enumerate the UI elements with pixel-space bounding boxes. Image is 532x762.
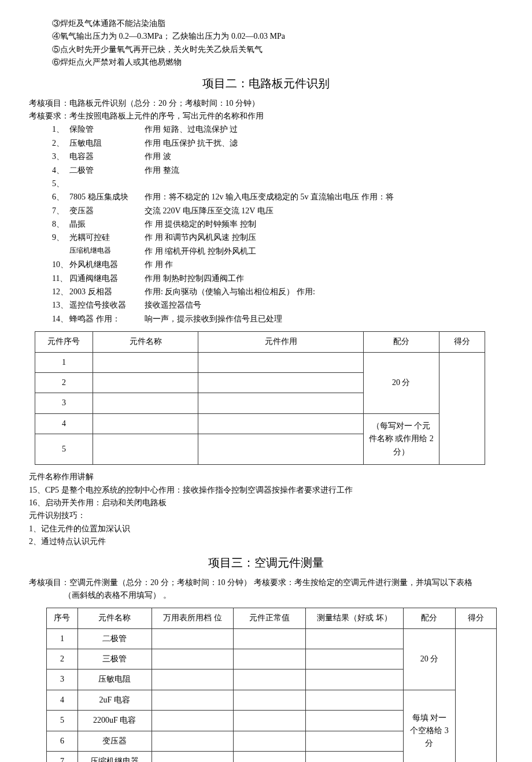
cell-name: 变压器 [77,731,152,751]
cell [234,752,305,762]
component-row: 6、 7805 稳压集成块 作用：将不稳定的 12v 输入电压变成稳定的 5v … [52,191,503,204]
th-result: 测量结果（好或 坏） [305,608,404,628]
comp-name: 晶振 [69,218,145,231]
comp-func: 作用 制热时控制四通阀工作 [145,272,503,285]
comp-num: 13、 [52,299,69,312]
cell-num: 1 [35,352,93,372]
cell-num: 5 [47,711,78,731]
table-row: 1 20 分 [35,352,485,372]
component-row: 3、 电容器 作用 波 [52,150,503,163]
cell-name: 压敏电阻 [77,669,152,690]
cell [234,711,305,731]
comp-name: 蜂鸣器 作用： [69,313,145,325]
component-row: 9、 光耦可控硅 作 用 和调节内风机风速 控制压 [52,231,503,244]
comp-func: 作 用 缩机开停机 控制外风机工 [145,245,503,258]
cell [234,669,305,690]
comp-func: 响一声，提示接收到操作信号且已处理 [145,313,503,325]
cell-name: 压缩机继电器 [77,752,152,762]
comp-func: 作用 电压保护 抗干扰、滤 [145,137,503,150]
exam-item: 考核项目：电路板元件识别（总分：20 分；考核时间：10 分钟） [29,97,503,110]
cell [234,690,305,710]
comp-name: 压缩机继电器 [69,245,145,258]
comp-func: 作用 短路、过电流保护 过 [145,123,503,136]
component-row: 压缩机继电器 作 用 缩机开停机 控制外风机工 [52,245,503,258]
th-score: 得分 [455,608,497,628]
comp-num: 8、 [52,218,69,231]
score-cell [455,628,497,762]
comp-name: 遥控信号接收器 [69,299,145,312]
cell [305,649,404,669]
cell [305,690,404,710]
th-range: 万用表所用档 位 [152,608,234,628]
component-row: 11、 四通阀继电器 作用 制热时控制四通阀工作 [52,272,503,285]
cell [93,372,198,393]
cell-num: 5 [35,434,93,465]
th-name: 元件名称 [93,332,198,352]
cell [152,690,234,710]
cell-num: 2 [47,649,78,669]
comp-name: 7805 稳压集成块 [69,191,145,204]
cell [234,628,305,649]
cell-num: 6 [47,731,78,751]
cell [93,434,198,465]
cell-num: 4 [47,690,78,710]
cell [152,731,234,751]
comp-name: 2003 反相器 [69,286,145,298]
comp-name: 光耦可控硅 [69,231,145,244]
cell-name: 2uF 电容 [77,690,152,710]
rule-line: ⑥焊炬点火严禁对着人或其他易燃物 [52,56,503,69]
cell [234,649,305,669]
cell [152,628,234,649]
comp-func: 作用 整流 [145,164,503,177]
score-cell [439,352,485,465]
comp-num: 11、 [52,272,69,285]
note-line: （画斜线的表格不用填写） 。 [29,589,503,602]
peifen-cell: 每填 对一 个空格给 3 分 [404,690,455,762]
th-num: 元件序号 [35,332,93,352]
comp-func: 作 用 作 [145,258,503,271]
comp-num: 9、 [52,231,69,244]
component-row: 2、 压敏电阻 作用 电压保护 抗干扰、滤 [52,137,503,150]
component-row: 4、 二极管 作用 整流 [52,164,503,177]
cell [93,413,198,434]
comp-num [52,245,69,258]
explain-line: 16、启动开关作用：启动和关闭电路板 [29,497,503,509]
cell-name: 2200uF 电容 [77,711,152,731]
cell [305,628,404,649]
component-row: 5、 [52,177,503,190]
comp-num: 6、 [52,191,69,204]
comp-func: 作用 波 [145,150,503,163]
component-row: 10、 外风机继电器 作 用 作 [52,258,503,271]
explain-line: 元件名称作用讲解 [29,471,503,483]
component-row: 14、 蜂鸣器 作用： 响一声，提示接收到操作信号且已处理 [52,313,503,325]
comp-num: 1、 [52,123,69,136]
comp-func: 交流 220V 电压降压至交流 12V 电压 [145,205,503,217]
comp-func [145,177,503,190]
comp-name [69,177,145,190]
th-func: 元件作用 [198,332,363,352]
explain-line: 15、CP5 是整个电控系统的控制中心作用：接收操作指令控制空调器按操作者要求进… [29,484,503,497]
cell [305,711,404,731]
comp-name: 保险管 [69,123,145,136]
explain-line: 1、记住元件的位置加深认识 [29,523,503,535]
comp-name: 压敏电阻 [69,137,145,150]
component-row: 8、 晶振 作 用 提供稳定的时钟频率 控制 [52,218,503,231]
cell [93,393,198,413]
cell [152,752,234,762]
comp-name: 变压器 [69,205,145,217]
th-num: 序号 [47,608,78,628]
cell-num: 7 [47,752,78,762]
cell-num: 3 [35,393,93,413]
cell [198,393,363,413]
rule-line: ④氧气输出压力为 0.2—0.3MPa； 乙炔输出压力为 0.02—0.03 M… [52,30,503,43]
comp-func: 作 用 和调节内风机风速 控制压 [145,231,503,244]
cell-num: 4 [35,413,93,434]
cell [93,352,198,372]
component-row: 7、 变压器 交流 220V 电压降压至交流 12V 电压 [52,205,503,217]
th-peifen: 配分 [363,332,439,352]
comp-num: 14、 [52,313,69,325]
peifen-cell: （每写对一 个元件名称 或作用给 2 分） [363,413,439,464]
component-row: 1、 保险管 作用 短路、过电流保护 过 [52,123,503,136]
component-row: 12、 2003 反相器 作用: 反向驱动（使输入与输出相位相反） 作用: [52,286,503,298]
cell [198,352,363,372]
